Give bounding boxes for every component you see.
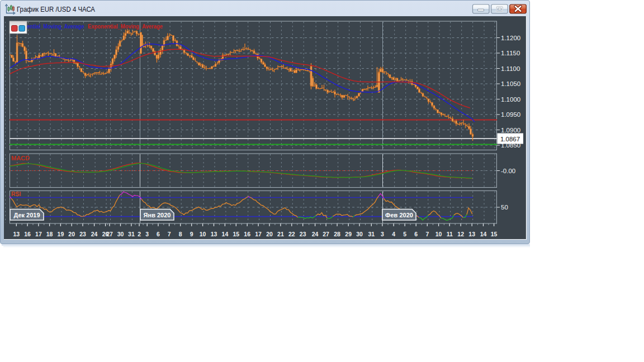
svg-text:Дек 2019: Дек 2019 bbox=[13, 212, 40, 218]
svg-text:1.0900: 1.0900 bbox=[501, 127, 520, 134]
svg-text:21: 21 bbox=[277, 231, 284, 237]
svg-text:27: 27 bbox=[106, 231, 113, 237]
svg-text:3: 3 bbox=[381, 231, 384, 237]
svg-text:14: 14 bbox=[222, 231, 229, 237]
svg-text:9: 9 bbox=[190, 231, 193, 237]
svg-text:Янв 2020: Янв 2020 bbox=[144, 212, 171, 218]
svg-text:График EUR /USD 4 ЧАСА: График EUR /USD 4 ЧАСА bbox=[17, 6, 95, 13]
svg-text:16: 16 bbox=[244, 231, 250, 237]
svg-text:1.0950: 1.0950 bbox=[501, 111, 520, 118]
svg-text:17: 17 bbox=[255, 231, 262, 237]
svg-text:31: 31 bbox=[368, 231, 375, 237]
svg-text:22: 22 bbox=[288, 231, 295, 237]
svg-text:1.1150: 1.1150 bbox=[501, 50, 520, 56]
svg-text:20: 20 bbox=[266, 231, 273, 237]
svg-text:13: 13 bbox=[468, 231, 475, 237]
svg-text:11: 11 bbox=[447, 231, 453, 237]
svg-text:3: 3 bbox=[145, 231, 149, 237]
svg-text:15: 15 bbox=[233, 231, 239, 237]
svg-text:24: 24 bbox=[91, 231, 98, 237]
svg-text:13: 13 bbox=[211, 231, 217, 237]
svg-text:1.1100: 1.1100 bbox=[501, 65, 520, 72]
svg-text:27: 27 bbox=[323, 231, 329, 237]
svg-text:15: 15 bbox=[491, 231, 498, 237]
svg-text:20: 20 bbox=[68, 231, 75, 237]
svg-text:MACD: MACD bbox=[11, 155, 30, 161]
svg-text:28: 28 bbox=[334, 231, 340, 237]
svg-text:5: 5 bbox=[403, 231, 406, 237]
svg-text:24: 24 bbox=[312, 231, 319, 237]
svg-text:13: 13 bbox=[13, 231, 20, 237]
svg-text:6: 6 bbox=[414, 231, 418, 237]
svg-text:12: 12 bbox=[457, 231, 464, 237]
svg-text:17: 17 bbox=[35, 231, 42, 237]
svg-text:8: 8 bbox=[179, 231, 182, 237]
svg-text:29: 29 bbox=[345, 231, 352, 237]
svg-text:1.1050: 1.1050 bbox=[501, 80, 520, 87]
svg-text:7: 7 bbox=[425, 231, 429, 237]
svg-text:Exponential_Moving_Average: Exponential_Moving_Average bbox=[88, 23, 163, 30]
svg-text:16: 16 bbox=[24, 231, 31, 237]
svg-text:23: 23 bbox=[79, 231, 86, 237]
svg-text:14: 14 bbox=[480, 231, 487, 237]
svg-text:10: 10 bbox=[435, 231, 442, 237]
svg-text:7: 7 bbox=[168, 231, 171, 237]
svg-text:10: 10 bbox=[200, 231, 206, 237]
svg-text:Фев 2020: Фев 2020 bbox=[385, 212, 413, 218]
svg-text:-0.00: -0.00 bbox=[501, 168, 515, 174]
svg-text:50: 50 bbox=[501, 204, 508, 211]
svg-text:30: 30 bbox=[117, 231, 124, 237]
svg-text:ential_Moving_Average: ential_Moving_Average bbox=[27, 23, 84, 30]
svg-text:1.0867: 1.0867 bbox=[500, 136, 520, 142]
svg-text:18: 18 bbox=[46, 231, 53, 237]
svg-text:19: 19 bbox=[58, 231, 64, 237]
svg-text:1.1200: 1.1200 bbox=[501, 35, 520, 41]
svg-text:2: 2 bbox=[138, 231, 141, 237]
svg-text:23: 23 bbox=[300, 231, 306, 237]
svg-text:6: 6 bbox=[157, 231, 160, 237]
svg-text:30: 30 bbox=[356, 231, 363, 237]
svg-text:31: 31 bbox=[128, 231, 135, 237]
svg-text:1.1000: 1.1000 bbox=[501, 96, 520, 103]
svg-text:4: 4 bbox=[392, 231, 395, 237]
svg-text:RSI: RSI bbox=[11, 190, 21, 197]
